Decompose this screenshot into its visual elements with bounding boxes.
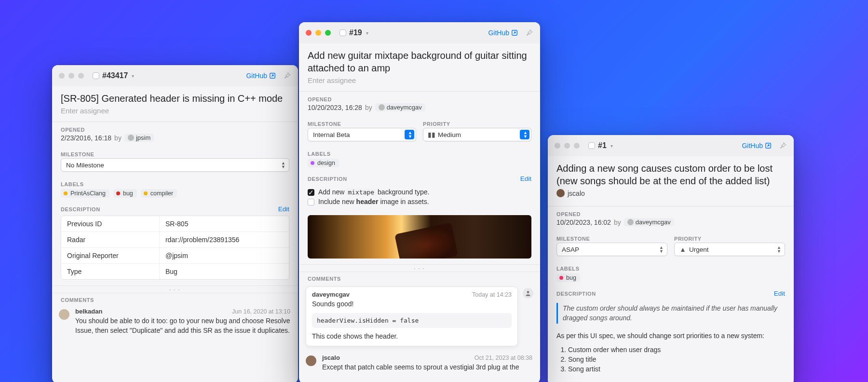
list-item: Song title <box>568 355 785 364</box>
warning-icon: ▲ <box>679 246 686 253</box>
labels-row: PrintAsClang bug compiler <box>52 187 298 203</box>
close-dot[interactable] <box>59 73 65 79</box>
edit-link[interactable]: Edit <box>774 290 785 297</box>
issue-title: Adding a new song causes custom order to… <box>556 162 785 187</box>
split-handle[interactable]: • • • <box>52 286 298 293</box>
comments-label: Comments <box>299 272 540 284</box>
pin-icon[interactable] <box>525 28 533 37</box>
issue-id[interactable]: #19 <box>349 28 362 37</box>
milestone-label: Milestone <box>52 147 298 157</box>
table-row: Original Reporter@jpsim <box>61 247 289 263</box>
avatar <box>523 288 533 299</box>
state-checkbox[interactable] <box>339 29 346 36</box>
edit-link[interactable]: Edit <box>520 175 531 182</box>
description-label: Description <box>556 291 596 297</box>
milestone-label: Milestone <box>308 116 416 127</box>
traffic-lights[interactable] <box>555 143 580 149</box>
split-handle[interactable]: • • • <box>299 264 540 272</box>
comment-author[interactable]: belkadan <box>75 308 102 315</box>
comment-time: Today at 14:23 <box>472 291 512 298</box>
comment-author[interactable]: daveymcgav <box>312 291 350 298</box>
issue-id[interactable]: #43417 <box>102 71 128 80</box>
avatar <box>59 309 69 320</box>
labels-label: Labels <box>52 177 298 187</box>
label-chip[interactable]: design <box>308 159 339 167</box>
milestone-select[interactable]: No Milestone ▲▼ <box>61 158 289 172</box>
zoom-dot[interactable] <box>78 73 84 79</box>
github-link[interactable]: GitHub <box>246 72 276 80</box>
author-chip[interactable]: jpsim <box>124 134 154 142</box>
state-checkbox[interactable] <box>93 72 99 79</box>
issue-id[interactable]: #1 <box>598 141 607 150</box>
description-label: Description <box>308 176 347 182</box>
opened-label: Opened <box>299 92 540 102</box>
description-label: Description <box>61 206 100 212</box>
checkbox[interactable] <box>308 199 314 205</box>
bars-icon: ▮▮ <box>428 131 435 138</box>
author-chip[interactable]: daveymcgav <box>624 218 674 226</box>
comment-time: Oct 21, 2023 at 08:38 <box>475 355 532 361</box>
description-table: Previous IDSR-805 Radarrdar://problem/23… <box>61 216 289 280</box>
chevron-down-icon[interactable]: ▾ <box>366 30 368 36</box>
attached-image[interactable] <box>308 215 531 259</box>
opened-label: Opened <box>52 122 298 133</box>
titlebar[interactable]: #43417 ▾ GitHub <box>52 65 298 86</box>
updown-icon: ▲▼ <box>281 161 285 169</box>
opened-value: 10/20/2023, 16:28by daveymcgav <box>299 102 540 116</box>
opened-value: 2/23/2016, 16:18 by jpsim <box>52 133 298 147</box>
priority-label: Priority <box>423 116 531 127</box>
labels-label: Labels <box>548 261 794 272</box>
edit-link[interactable]: Edit <box>278 205 289 213</box>
titlebar[interactable]: #1 ▾ GitHub <box>548 135 794 156</box>
author-chip[interactable]: daveymcgav <box>375 103 425 111</box>
priority-label: Priority <box>674 231 785 242</box>
state-checkbox[interactable] <box>588 142 595 149</box>
opened-label: Opened <box>548 206 794 217</box>
assignee-field[interactable]: Enter assignee <box>308 76 531 84</box>
priority-select[interactable]: ▮▮Medium▲▼ <box>423 128 531 141</box>
list-item: Custom order when user drags <box>568 345 785 355</box>
code-block: headerView.isHidden = false <box>312 313 512 328</box>
milestone-select[interactable]: Internal Beta▲▼ <box>308 128 416 141</box>
updown-icon: ▲▼ <box>408 131 412 138</box>
avatar <box>306 355 316 366</box>
labels-row: design <box>299 157 540 172</box>
zoom-dot[interactable] <box>574 143 580 149</box>
github-link[interactable]: GitHub <box>742 142 772 150</box>
label-chip[interactable]: PrintAsClang <box>61 189 109 198</box>
chevron-down-icon[interactable]: ▾ <box>132 73 134 79</box>
external-link-icon <box>511 29 518 36</box>
github-link[interactable]: GitHub <box>488 29 518 37</box>
label-chip[interactable]: bug <box>556 273 580 282</box>
titlebar[interactable]: #19 ▾ GitHub <box>299 22 540 43</box>
checkbox[interactable]: ✓ <box>308 189 314 196</box>
pin-icon[interactable] <box>283 71 291 80</box>
assignee-chip[interactable]: jscalo <box>556 189 585 197</box>
label-chip[interactable]: bug <box>113 189 137 198</box>
assignee-field[interactable]: Enter assignee <box>61 107 289 115</box>
avatar <box>627 219 634 225</box>
traffic-lights[interactable] <box>306 30 331 36</box>
issue-window-right: #1 ▾ GitHub Adding a new song causes cus… <box>548 135 794 382</box>
pin-icon[interactable] <box>778 141 787 150</box>
zoom-dot[interactable] <box>325 30 331 36</box>
milestone-select[interactable]: ASAP▲▼ <box>556 243 667 256</box>
updown-icon: ▲▼ <box>523 131 528 138</box>
avatar <box>128 135 134 141</box>
issue-window-left: #43417 ▾ GitHub [SR-805] Generated heade… <box>52 65 298 382</box>
minimize-dot[interactable] <box>68 73 74 79</box>
close-dot[interactable] <box>555 143 560 149</box>
description-text: As per this UI spec, we should change so… <box>548 328 794 344</box>
minimize-dot[interactable] <box>564 143 570 149</box>
label-chip[interactable]: compiler <box>141 189 177 198</box>
avatar <box>379 104 385 110</box>
traffic-lights[interactable] <box>59 73 84 79</box>
chevron-down-icon[interactable]: ▾ <box>610 143 613 149</box>
priority-select[interactable]: ▲Urgent▲▼ <box>674 243 785 256</box>
comments-label: Comments <box>52 293 298 305</box>
avatar <box>556 189 565 197</box>
comment-author[interactable]: jscalo <box>322 354 340 361</box>
minimize-dot[interactable] <box>315 30 321 36</box>
close-dot[interactable] <box>306 30 312 36</box>
updown-icon: ▲▼ <box>777 246 781 253</box>
